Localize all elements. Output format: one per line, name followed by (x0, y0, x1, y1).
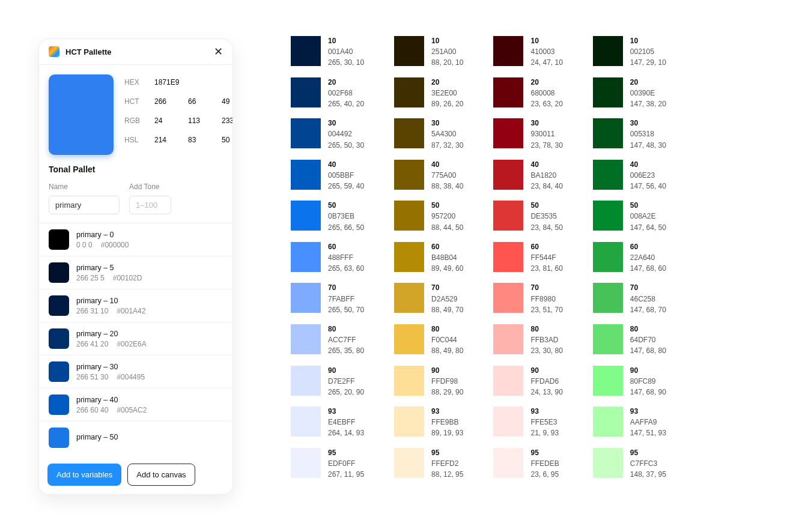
grid-swatch (291, 36, 321, 66)
grid-swatch (593, 448, 623, 478)
tone-list: primary – 0 0 0 0 #000000 primary – 5 26… (39, 223, 232, 455)
grid-hct: 88, 49, 70 (431, 305, 463, 315)
grid-tone: 40 (630, 160, 666, 169)
grid-tone: 60 (328, 242, 364, 252)
grid-row: 10 251A00 88, 20, 10 (394, 36, 463, 68)
grid-swatch (394, 242, 424, 272)
add-to-canvas-button[interactable]: Add to canvas (127, 464, 195, 486)
grid-meta: 30 005318 147, 48, 30 (630, 118, 666, 150)
grid-row: 10 002105 147, 29, 10 (593, 36, 666, 68)
grid-meta: 10 251A00 88, 20, 10 (431, 36, 463, 68)
tone-hct: 266 31 10 (76, 307, 108, 315)
tone-row[interactable]: primary – 0 0 0 0 #000000 (39, 223, 232, 256)
grid-row: 40 006E23 147, 56, 40 (593, 160, 666, 192)
grid-tone: 10 (630, 36, 666, 46)
grid-hct: 147, 51, 93 (630, 428, 666, 438)
tone-row[interactable]: primary – 10 266 31 10 #001A42 (39, 289, 232, 322)
grid-column: 10 410003 24, 47, 10 20 680008 23, 63, 2… (493, 36, 562, 479)
grid-swatch (593, 36, 623, 66)
grid-meta: 90 80FC89 147, 68, 90 (630, 366, 666, 397)
tone-texts: primary – 20 266 41 20 #002E6A (76, 330, 147, 348)
tone-row[interactable]: primary – 5 266 25 5 #00102D (39, 256, 232, 289)
grid-meta: 80 FFB3AD 23, 30, 80 (530, 324, 562, 356)
grid-row: 40 775A00 88, 38, 40 (394, 160, 463, 192)
grid-tone: 80 (630, 324, 666, 334)
grid-meta: 10 001A40 265, 30, 10 (328, 36, 364, 68)
panel-header: HCT Pallette ✕ (39, 39, 232, 65)
grid-row: 95 FFEFD2 88, 12, 95 (394, 448, 463, 480)
grid-row: 40 005BBF 265, 59, 40 (291, 160, 364, 192)
tone-hex: #002E6A (117, 340, 146, 348)
grid-row: 93 E4EBFF 264, 14, 93 (291, 407, 364, 438)
grid-meta: 50 0B73EB 265, 66, 50 (328, 201, 364, 232)
grid-hex: 46C258 (630, 294, 666, 304)
grid-tone: 90 (328, 366, 364, 375)
close-icon[interactable]: ✕ (214, 46, 223, 57)
grid-hex: 005BBF (328, 171, 364, 180)
grid-hct: 88, 12, 95 (431, 470, 463, 479)
grid-hex: 002F68 (328, 88, 364, 98)
grid-tone: 80 (328, 324, 364, 334)
grid-hct: 88, 49, 80 (431, 346, 463, 355)
grid-hex: 004492 (328, 129, 364, 139)
addtone-input[interactable] (129, 196, 171, 214)
grid-meta: 40 005BBF 265, 59, 40 (328, 160, 364, 192)
grid-hex: 008A2E (630, 211, 666, 221)
name-input[interactable] (49, 196, 120, 214)
tone-texts: primary – 50 (76, 433, 118, 443)
grid-tone: 93 (431, 407, 463, 416)
grid-meta: 93 FFE9BB 89, 19, 93 (431, 407, 463, 438)
grid-row: 10 410003 24, 47, 10 (493, 36, 562, 68)
grid-swatch (593, 283, 623, 313)
grid-swatch (593, 324, 623, 354)
grid-swatch (394, 201, 424, 231)
tone-row[interactable]: primary – 40 266 60 40 #005AC2 (39, 388, 232, 422)
grid-row: 90 80FC89 147, 68, 90 (593, 366, 666, 397)
grid-hex: FFEFD2 (431, 459, 463, 468)
hex-value: 1871E9 (154, 78, 179, 86)
tone-hct: 0 0 0 (76, 241, 93, 249)
grid-hct: 147, 48, 30 (630, 141, 666, 150)
tone-name: primary – 0 (76, 231, 129, 239)
grid-swatch (394, 36, 424, 66)
grid-row: 95 EDF0FF 267, 11, 95 (291, 448, 364, 480)
grid-hct: 88, 44, 50 (431, 223, 463, 232)
grid-tone: 70 (630, 283, 666, 292)
grid-row: 95 FFEDEB 23, 6, 95 (493, 448, 562, 480)
grid-tone: 90 (630, 366, 666, 375)
grid-meta: 70 7FABFF 265, 50, 70 (328, 283, 364, 315)
grid-swatch (593, 366, 623, 396)
grid-hct: 147, 68, 80 (630, 346, 666, 355)
rgb-b: 233 (222, 116, 233, 125)
grid-row: 90 D7E2FF 265, 20, 90 (291, 366, 364, 397)
grid-tone: 50 (431, 201, 463, 210)
grid-hct: 23, 84, 40 (530, 181, 562, 191)
grid-hex: 488FFF (328, 253, 364, 262)
preview-meta: HEX 1871E9 HCT 266 66 49 RGB 24 113 233 … (124, 74, 233, 155)
grid-swatch (291, 407, 321, 437)
grid-hex: 775A00 (431, 171, 463, 180)
grid-swatch (291, 160, 321, 190)
grid-hct: 23, 63, 20 (530, 99, 562, 109)
grid-hex: 410003 (530, 47, 562, 56)
grid-hex: DE3535 (530, 211, 562, 221)
tone-swatch (49, 262, 69, 283)
grid-hct: 265, 50, 70 (328, 305, 364, 315)
grid-swatch (493, 36, 523, 66)
grid-swatch (394, 160, 424, 190)
grid-tone: 70 (431, 283, 463, 292)
grid-hex: D2A529 (431, 294, 463, 304)
name-label: Name (49, 183, 120, 191)
grid-hct: 89, 26, 20 (431, 99, 463, 109)
grid-meta: 10 410003 24, 47, 10 (530, 36, 562, 68)
grid-tone: 93 (530, 407, 559, 416)
tone-row[interactable]: primary – 30 266 51 30 #004495 (39, 355, 232, 388)
grid-tone: 20 (431, 77, 463, 87)
add-to-variables-button[interactable]: Add to variables (47, 464, 121, 486)
grid-meta: 20 3E2E00 89, 26, 20 (431, 77, 463, 109)
tone-row[interactable]: primary – 50 (39, 422, 232, 454)
tone-row[interactable]: primary – 20 266 41 20 #002E6A (39, 322, 232, 355)
grid-row: 70 FF8980 23, 51, 70 (493, 283, 562, 315)
grid-tone: 50 (328, 201, 364, 210)
grid-row: 20 3E2E00 89, 26, 20 (394, 77, 463, 109)
